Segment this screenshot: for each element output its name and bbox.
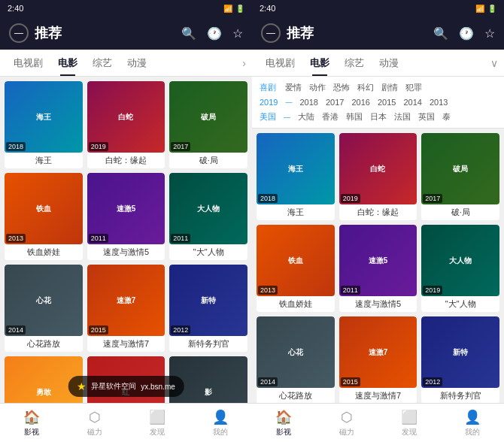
right-movie-title-1: 海王 xyxy=(257,204,335,220)
right-nav-arrow[interactable]: ∨ xyxy=(490,57,498,69)
right-tab-anime[interactable]: 动漫 xyxy=(372,50,406,76)
movie-card-3[interactable]: 破局 2017 破·局 xyxy=(169,81,247,168)
left-nav-profile[interactable]: 👤 我的 xyxy=(189,404,252,442)
right-nav-magnet[interactable]: ⬡ 磁力 xyxy=(315,404,378,442)
filter-tag-crime[interactable]: 犯罪 xyxy=(404,81,424,94)
left-tab-variety[interactable]: 综艺 xyxy=(85,50,120,76)
right-panel: 2:40 📶 🔋 — 推荐 🔍 🕐 ☆ 电视剧 电影 综艺 动漫 ∨ 喜剧 爱情… xyxy=(252,0,504,442)
left-bottom-nav: 🏠 影视 ⬡ 磁力 ⬜ 发现 👤 我的 xyxy=(0,403,252,442)
right-movie-title-2: 白蛇：缘起 xyxy=(339,204,417,220)
right-year-badge-8: 2015 xyxy=(341,377,360,386)
left-app-icon: — xyxy=(9,23,29,43)
right-nav-discover[interactable]: ⬜ 发现 xyxy=(378,404,442,442)
movie-title-2: 白蛇：缘起 xyxy=(87,153,165,168)
movie-card-4[interactable]: 铁血 2013 铁血娇娃 xyxy=(5,173,83,260)
filter-region-hk[interactable]: 香港 xyxy=(320,110,340,123)
left-nav-discover[interactable]: ⬜ 发现 xyxy=(126,404,190,442)
movie-card-8[interactable]: 速激7 2015 速度与激情7 xyxy=(87,265,165,352)
left-nav-movies[interactable]: 🏠 影视 xyxy=(0,404,63,442)
right-movie-card-8[interactable]: 速激7 2015 速度与激情7 xyxy=(339,316,417,403)
filter-tag-scifi[interactable]: 科幻 xyxy=(356,81,375,94)
filter-region-korea[interactable]: 韩国 xyxy=(345,110,364,123)
right-movie-title-8: 速度与激情7 xyxy=(339,388,417,403)
filter-tag-horror[interactable]: 恐怖 xyxy=(332,81,351,94)
right-movie-poster-5: 速激5 2011 xyxy=(339,225,417,296)
filter-region-mainland[interactable]: 大陆 xyxy=(296,110,316,123)
left-status-icons: 📶 🔋 xyxy=(223,5,244,13)
filter-region-uk[interactable]: 英国 xyxy=(417,110,436,123)
filter-year-2015[interactable]: 2015 xyxy=(376,97,397,107)
left-tab-anime[interactable]: 动漫 xyxy=(120,50,154,76)
movie-card-6[interactable]: 大人物 2011 "大"人物 xyxy=(169,173,247,260)
filter-region-label[interactable]: 美国 xyxy=(258,110,278,123)
filter-region-thai[interactable]: 泰 xyxy=(441,110,452,123)
filter-tag-action[interactable]: 动作 xyxy=(308,81,327,94)
left-nav-discover-label: 发现 xyxy=(150,427,165,437)
filter-year-label[interactable]: 2019 xyxy=(258,97,279,107)
right-movie-title-3: 破·局 xyxy=(421,204,499,220)
left-panel: 2:40 📶 🔋 — 推荐 🔍 🕐 ☆ 电视剧 电影 综艺 动漫 › 海王 xyxy=(0,0,252,442)
right-movie-card-9[interactable]: 新特 2012 新特务判官 xyxy=(421,316,499,403)
right-movie-card-4[interactable]: 铁血 2013 铁血娇娃 xyxy=(257,225,335,312)
movie-poster-8: 速激7 2015 xyxy=(87,265,165,336)
right-movie-title-9: 新特务判官 xyxy=(421,388,499,403)
right-movie-card-3[interactable]: 破局 2017 破·局 xyxy=(421,133,499,220)
filter-year-2018[interactable]: 2018 xyxy=(298,97,319,107)
right-nav-profile[interactable]: 👤 我的 xyxy=(441,404,504,442)
movie-card-1[interactable]: 海王 2018 海王 xyxy=(5,81,83,168)
right-movie-card-2[interactable]: 白蛇 2019 白蛇：缘起 xyxy=(339,133,417,220)
left-top-bar: — 推荐 🔍 🕐 ☆ xyxy=(0,17,252,50)
filter-year-row: 2019 — 2018 2017 2016 2015 2014 2013 xyxy=(258,95,498,109)
movie-poster-3: 破局 2017 xyxy=(169,81,247,153)
movie-card-2[interactable]: 白蛇 2019 白蛇：缘起 xyxy=(87,81,165,168)
right-movie-card-7[interactable]: 心花 2014 心花路放 xyxy=(257,316,335,403)
filter-year-2016[interactable]: 2016 xyxy=(350,97,371,107)
movie-card-9[interactable]: 新特 2012 新特务判官 xyxy=(169,265,247,352)
right-year-badge-1: 2018 xyxy=(258,194,278,203)
right-content: 海王 2018 海王 白蛇 2019 白蛇：缘起 破局 2017 破·局 xyxy=(252,129,504,403)
right-tab-movie[interactable]: 电影 xyxy=(302,50,337,76)
right-tab-tv[interactable]: 电视剧 xyxy=(258,50,302,76)
watermark-star: ★ xyxy=(77,380,87,392)
filter-year-2014[interactable]: 2014 xyxy=(402,97,423,107)
right-year-badge-5: 2011 xyxy=(341,286,360,295)
year-badge-1: 2018 xyxy=(6,142,26,151)
right-movie-poster-7: 心花 2014 xyxy=(257,316,335,388)
filter-tag-romance[interactable]: 爱情 xyxy=(284,81,303,94)
right-star-icon[interactable]: ☆ xyxy=(484,26,495,41)
movie-title-5: 速度与激情5 xyxy=(87,244,165,260)
movie-title-6: "大"人物 xyxy=(169,244,247,260)
right-movie-title-7: 心花路放 xyxy=(257,388,335,403)
left-tab-movie[interactable]: 电影 xyxy=(50,50,85,76)
left-history-icon[interactable]: 🕐 xyxy=(207,26,222,41)
right-search-icon[interactable]: 🔍 xyxy=(433,26,448,41)
right-nav-movies-label: 影视 xyxy=(276,427,291,437)
left-star-icon[interactable]: ☆ xyxy=(232,26,243,41)
right-nav-discover-label: 发现 xyxy=(402,427,417,437)
right-top-bar: — 推荐 🔍 🕐 ☆ xyxy=(252,17,504,50)
right-movie-card-6[interactable]: 大人物 2019 "大"人物 xyxy=(421,225,499,312)
right-app-icon: — xyxy=(261,23,281,43)
right-movie-card-1[interactable]: 海王 2018 海王 xyxy=(257,133,335,220)
right-nav-movies[interactable]: 🏠 影视 xyxy=(252,404,315,442)
right-history-icon[interactable]: 🕐 xyxy=(459,26,474,41)
movie-card-7[interactable]: 心花 2014 心花路放 xyxy=(5,265,83,352)
filter-region-france[interactable]: 法国 xyxy=(393,110,412,123)
filter-genre-tags: 爱情 动作 恐怖 科幻 剧情 犯罪 xyxy=(284,81,424,94)
filter-genre-label[interactable]: 喜剧 xyxy=(258,81,278,94)
right-movie-grid: 海王 2018 海王 白蛇 2019 白蛇：缘起 破局 2017 破·局 xyxy=(257,133,499,403)
filter-year-2013[interactable]: 2013 xyxy=(428,97,449,107)
filter-region-japan[interactable]: 日本 xyxy=(369,110,388,123)
left-nav-arrow[interactable]: › xyxy=(242,57,246,69)
left-nav-magnet[interactable]: ⬡ 磁力 xyxy=(63,404,126,442)
right-tab-variety[interactable]: 综艺 xyxy=(337,50,372,76)
left-search-icon[interactable]: 🔍 xyxy=(181,26,196,41)
left-tab-tv[interactable]: 电视剧 xyxy=(6,50,50,76)
watermark: ★ 异星软件空间 yx.bsn.me xyxy=(68,376,184,397)
filter-tag-drama[interactable]: 剧情 xyxy=(380,81,399,94)
movie-card-5[interactable]: 速激5 2011 速度与激情5 xyxy=(87,173,165,260)
left-nav-discover-icon: ⬜ xyxy=(149,409,165,425)
left-nav-profile-icon: 👤 xyxy=(212,409,229,425)
right-movie-card-5[interactable]: 速激5 2011 速度与激情5 xyxy=(339,225,417,312)
filter-year-2017[interactable]: 2017 xyxy=(324,97,345,107)
